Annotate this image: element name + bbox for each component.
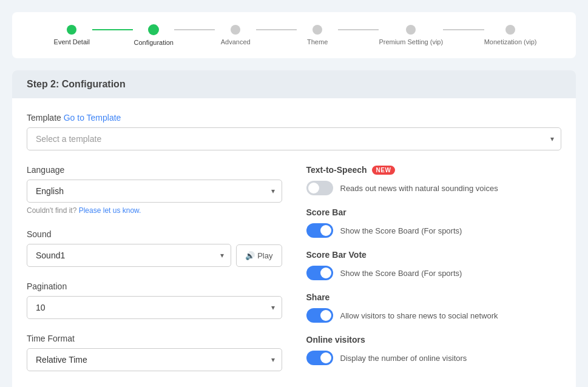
pagination-select[interactable]: 10: [27, 296, 282, 319]
score-bar-slider: [306, 223, 333, 238]
template-select-wrapper: Select a template ▾: [27, 127, 561, 150]
template-label: Template Go to Template: [27, 113, 561, 123]
step-monetization[interactable]: Monetization (vip): [484, 25, 537, 45]
time-format-section: Time Format Relative Time ▾: [27, 334, 282, 371]
share-slider: [306, 308, 333, 323]
tts-title: Text-to-Speech: [306, 165, 367, 175]
step-circle-2: [148, 24, 159, 35]
step-label-1: Event Detail: [54, 38, 90, 45]
tts-toggle[interactable]: [306, 181, 333, 195]
step-advanced[interactable]: Advanced: [215, 25, 255, 45]
tts-description: Reads out news with natural sounding voi…: [340, 184, 498, 193]
online-visitors-description: Display the number of online visitors: [340, 354, 467, 363]
share-description: Allow visitors to share news to social n…: [340, 311, 498, 320]
left-column: Language English ▾ Couldn't find it? Ple…: [27, 165, 282, 386]
go-to-template-link[interactable]: Go to Template: [64, 113, 121, 123]
play-button[interactable]: 🔊 Play: [236, 244, 282, 267]
score-bar-vote-description: Show the Score Board (For sports): [340, 269, 462, 278]
share-title: Share: [306, 292, 562, 302]
sound-select[interactable]: Sound1: [27, 244, 231, 267]
language-select-wrapper: English ▾: [27, 180, 282, 203]
score-bar-vote-section: Score Bar Vote Show the Score Board (For…: [306, 250, 562, 280]
share-toggle-item: Allow visitors to share news to social n…: [306, 308, 562, 323]
step-event-detail[interactable]: Event Detail: [52, 25, 92, 45]
step-configuration[interactable]: Configuration: [133, 24, 174, 46]
language-hint: Couldn't find it? Please let us know.: [27, 206, 282, 215]
tts-toggle-item: Reads out news with natural sounding voi…: [306, 181, 562, 195]
online-visitors-title: Online visitors: [306, 335, 562, 345]
step-label-2: Configuration: [133, 39, 173, 46]
step-label-6: Monetization (vip): [484, 38, 537, 45]
online-visitors-toggle-item: Display the number of online visitors: [306, 351, 562, 365]
online-visitors-section: Online visitors Display the number of on…: [306, 335, 562, 365]
sound-row: Sound1 ▾ 🔊 Play: [27, 244, 282, 267]
configuration-card: Step 2: Configuration Template Go to Tem…: [12, 70, 576, 387]
tts-header: Text-to-Speech NEW: [306, 165, 562, 175]
sound-label: Sound: [27, 229, 282, 239]
connector-1-2: [92, 29, 133, 30]
score-bar-vote-toggle[interactable]: [306, 266, 333, 280]
connector-3-4: [256, 29, 297, 30]
play-label: Play: [257, 251, 272, 260]
step-circle-5: [406, 25, 416, 35]
language-label: Language: [27, 165, 282, 175]
step-label-4: Theme: [307, 38, 328, 45]
score-bar-toggle-item: Show the Score Board (For sports): [306, 223, 562, 238]
sound-section: Sound Sound1 ▾ 🔊 Play: [27, 229, 282, 267]
step-label-5: Premium Setting (vip): [379, 38, 443, 45]
step-premium[interactable]: Premium Setting (vip): [379, 25, 443, 45]
tts-slider: [306, 181, 333, 195]
time-format-select[interactable]: Relative Time: [27, 348, 282, 371]
play-icon: 🔊: [245, 251, 255, 260]
score-bar-description: Show the Score Board (For sports): [340, 226, 462, 235]
step-theme[interactable]: Theme: [297, 25, 337, 45]
card-header: Step 2: Configuration: [12, 70, 576, 98]
step-circle-6: [505, 25, 515, 35]
online-visitors-toggle[interactable]: [306, 351, 333, 365]
stepper: Event Detail Configuration Advanced Them…: [12, 12, 576, 58]
share-toggle[interactable]: [306, 308, 333, 323]
score-bar-vote-toggle-item: Show the Score Board (For sports): [306, 266, 562, 280]
template-select[interactable]: Select a template: [27, 127, 561, 150]
online-visitors-slider: [306, 351, 333, 365]
share-section: Share Allow visitors to share news to so…: [306, 292, 562, 323]
score-bar-vote-slider: [306, 266, 333, 280]
score-bar-vote-title: Score Bar Vote: [306, 250, 562, 260]
connector-5-6: [443, 29, 484, 30]
pagination-label: Pagination: [27, 281, 282, 291]
step-circle-3: [231, 25, 240, 35]
pagination-select-wrapper: 10 ▾: [27, 296, 282, 319]
step-circle-1: [67, 25, 76, 35]
step-circle-4: [313, 25, 322, 35]
score-bar-title: Score Bar: [306, 207, 562, 217]
score-bar-toggle[interactable]: [306, 223, 333, 238]
pagination-section: Pagination 10 ▾: [27, 281, 282, 319]
score-bar-section: Score Bar Show the Score Board (For spor…: [306, 207, 562, 238]
tts-new-badge: NEW: [372, 166, 396, 175]
sound-select-wrapper: Sound1 ▾: [27, 244, 231, 267]
connector-4-5: [338, 29, 379, 30]
language-select[interactable]: English: [27, 180, 282, 203]
connector-2-3: [174, 29, 215, 30]
right-column: Text-to-Speech NEW Reads out news with n…: [306, 165, 562, 386]
step-label-3: Advanced: [221, 38, 251, 45]
time-format-label: Time Format: [27, 334, 282, 343]
card-header-text: Step 2: Configuration: [27, 79, 126, 89]
language-section: Language English ▾ Couldn't find it? Ple…: [27, 165, 282, 215]
tts-section: Text-to-Speech NEW Reads out news with n…: [306, 165, 562, 195]
time-format-select-wrapper: Relative Time ▾: [27, 348, 282, 371]
language-hint-link[interactable]: Please let us know.: [79, 206, 141, 215]
template-section: Template Go to Template Select a templat…: [27, 113, 561, 150]
